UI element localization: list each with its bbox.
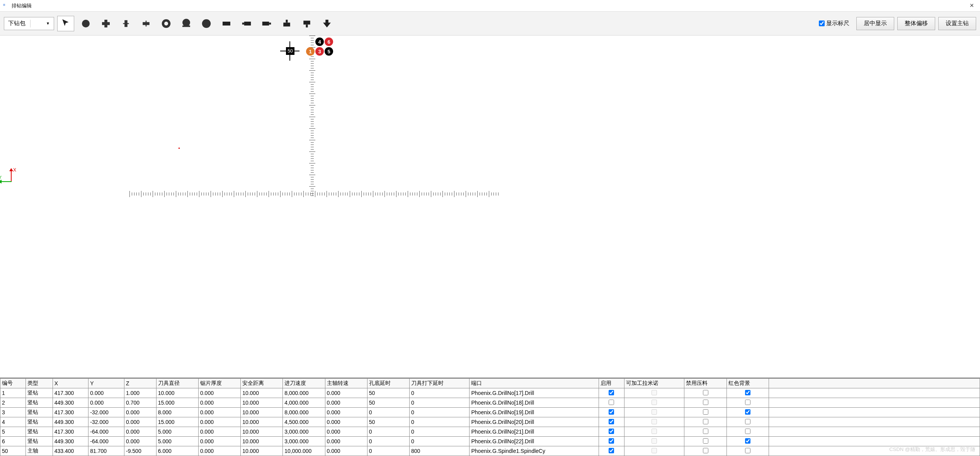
chk-en[interactable]: [609, 409, 614, 415]
cell-down[interactable]: 800: [409, 446, 470, 456]
col-header[interactable]: Z: [124, 379, 156, 388]
cell-z[interactable]: -9.500: [124, 446, 156, 456]
cell-dwell[interactable]: 50: [367, 388, 409, 398]
cell-saw[interactable]: 0.000: [198, 408, 240, 417]
chk-en[interactable]: [609, 390, 614, 395]
drill-dot[interactable]: 5: [325, 47, 333, 56]
cell-y[interactable]: 0.000: [88, 398, 124, 408]
col-header[interactable]: 安全距离: [241, 379, 283, 388]
cell-dwell[interactable]: 0: [367, 427, 409, 437]
cell-dia[interactable]: 15.000: [156, 398, 198, 408]
col-header[interactable]: 刀具直径: [156, 379, 198, 388]
cell-saw[interactable]: 0.000: [198, 417, 240, 427]
cell-saw[interactable]: 0.000: [198, 427, 240, 437]
cell-dwell[interactable]: 50: [367, 398, 409, 408]
cell-no[interactable]: 5: [0, 427, 26, 437]
block-right-tool[interactable]: [258, 16, 275, 31]
cell-type[interactable]: 竖钻: [26, 437, 53, 446]
table-row[interactable]: 3竖钻417.300-32.0000.0008.0000.00010.0008,…: [0, 408, 980, 417]
cell-spd[interactable]: 0.000: [325, 437, 367, 446]
cell-port[interactable]: Phoenix.G.DrillNo[21].Drill: [470, 427, 599, 437]
cell-dia[interactable]: 5.000: [156, 437, 198, 446]
chk-press[interactable]: [703, 400, 708, 405]
cell-z[interactable]: 0.000: [124, 427, 156, 437]
horiz-drill-tool[interactable]: [138, 16, 155, 31]
cell-dia[interactable]: 15.000: [156, 417, 198, 427]
cell-x[interactable]: 433.400: [53, 446, 88, 456]
cell-feed[interactable]: 8,000.000: [283, 408, 325, 417]
show-ruler-checkbox[interactable]: 显示标尺: [819, 20, 849, 27]
cell-x[interactable]: 449.300: [53, 437, 88, 446]
chk-press[interactable]: [703, 448, 708, 453]
drill-dot[interactable]: 4: [315, 37, 324, 46]
col-header[interactable]: 锯片厚度: [198, 379, 240, 388]
block-down-tool[interactable]: [298, 16, 315, 31]
cell-z[interactable]: 0.000: [124, 437, 156, 446]
col-header[interactable]: X: [53, 379, 88, 388]
chk-red[interactable]: [745, 419, 750, 424]
cell-safe[interactable]: 10.000: [241, 398, 283, 408]
cell-feed[interactable]: 8,000.000: [283, 388, 325, 398]
cell-x[interactable]: 449.300: [53, 398, 88, 408]
col-header[interactable]: Y: [88, 379, 124, 388]
table-row[interactable]: 50主轴433.40081.700-9.5006.0000.00010.0001…: [0, 446, 980, 456]
cell-saw[interactable]: 0.000: [198, 388, 240, 398]
block-left-tool[interactable]: [238, 16, 255, 31]
cell-y[interactable]: -64.000: [88, 427, 124, 437]
chk-red[interactable]: [745, 409, 750, 415]
cell-safe[interactable]: 10.000: [241, 437, 283, 446]
cell-safe[interactable]: 10.000: [241, 388, 283, 398]
cell-type[interactable]: 竖钻: [26, 427, 53, 437]
cell-down[interactable]: 0: [409, 408, 470, 417]
cell-dwell[interactable]: 0: [367, 408, 409, 417]
canvas-area[interactable]: 50 13456 X Y: [0, 36, 980, 378]
col-header[interactable]: 编号: [0, 379, 26, 388]
cell-feed[interactable]: 3,000.000: [283, 427, 325, 437]
col-header[interactable]: 孔底延时: [367, 379, 409, 388]
chk-press[interactable]: [703, 429, 708, 434]
cell-no[interactable]: 4: [0, 417, 26, 427]
col-header[interactable]: 启用: [599, 379, 624, 388]
cell-dia[interactable]: 6.000: [156, 446, 198, 456]
cell-dwell[interactable]: 0: [367, 437, 409, 446]
global-offset-button[interactable]: 整体偏移: [897, 17, 935, 30]
cell-feed[interactable]: 3,000.000: [283, 437, 325, 446]
vert-drill-tool[interactable]: [117, 16, 134, 31]
chk-red[interactable]: [745, 438, 750, 444]
cell-y[interactable]: -32.000: [88, 408, 124, 417]
col-header[interactable]: 进刀速度: [283, 379, 325, 388]
cell-no[interactable]: 2: [0, 398, 26, 408]
cell-down[interactable]: 0: [409, 437, 470, 446]
chk-press[interactable]: [703, 438, 708, 444]
cell-dia[interactable]: 5.000: [156, 427, 198, 437]
col-header[interactable]: 主轴转速: [325, 379, 367, 388]
cell-port[interactable]: Phoenix.G.DrillNo[19].Drill: [470, 408, 599, 417]
circle-tool[interactable]: [77, 16, 94, 31]
cell-z[interactable]: 1.000: [124, 388, 156, 398]
cross-tool[interactable]: [97, 16, 114, 31]
cell-port[interactable]: Phoenix.G.DrillNo[18].Drill: [470, 398, 599, 408]
col-header[interactable]: 端口: [470, 379, 599, 388]
cell-z[interactable]: 0.000: [124, 417, 156, 427]
cell-type[interactable]: 竖钻: [26, 408, 53, 417]
chk-red[interactable]: [745, 429, 750, 434]
drill-dot[interactable]: 3: [315, 47, 324, 56]
saw-v-tool[interactable]: [158, 16, 175, 31]
block-tool[interactable]: [218, 16, 235, 31]
cell-x[interactable]: 417.300: [53, 388, 88, 398]
chk-en[interactable]: [609, 429, 614, 434]
cell-port[interactable]: Phoenix.G.DrillNo[22].Drill: [470, 437, 599, 446]
show-ruler-input[interactable]: [819, 20, 825, 26]
cell-port[interactable]: Phoenix.G.Spindle1.SpindleCy: [470, 446, 599, 456]
block-up-tool[interactable]: [278, 16, 295, 31]
cell-type[interactable]: 竖钻: [26, 398, 53, 408]
cell-dwell[interactable]: 0: [367, 446, 409, 456]
close-icon[interactable]: ×: [966, 2, 977, 10]
cell-no[interactable]: 6: [0, 437, 26, 446]
cell-type[interactable]: 主轴: [26, 446, 53, 456]
set-main-drill-button[interactable]: 设置主钻: [938, 17, 976, 30]
col-header[interactable]: 红色背景: [726, 379, 769, 388]
cell-type[interactable]: 竖钻: [26, 388, 53, 398]
table-row[interactable]: 4竖钻449.300-32.0000.00015.0000.00010.0004…: [0, 417, 980, 427]
cell-dia[interactable]: 10.000: [156, 388, 198, 398]
